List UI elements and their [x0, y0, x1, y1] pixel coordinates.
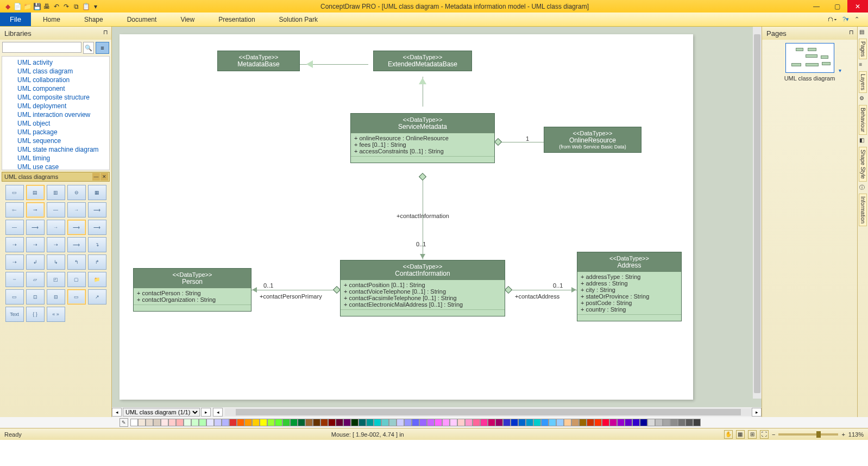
color-swatch[interactable]	[617, 419, 625, 426]
shape-dash[interactable]: ⇢	[5, 237, 24, 252]
undo-icon[interactable]: ↶	[52, 2, 61, 11]
color-swatch[interactable]	[556, 419, 564, 426]
search-button[interactable]: 🔍	[83, 42, 94, 54]
class-metadatabase[interactable]: <<DataType>>MetadataBase	[217, 51, 300, 71]
scroll-right-button[interactable]: ▸	[752, 408, 762, 417]
zoom-slider[interactable]	[778, 433, 838, 436]
color-swatch[interactable]	[579, 419, 587, 426]
color-swatch[interactable]	[404, 419, 412, 426]
color-swatch[interactable]	[153, 419, 161, 426]
lib-item[interactable]: UML state machine diagram	[17, 145, 109, 154]
color-swatch[interactable]	[130, 419, 138, 426]
color-swatch[interactable]	[495, 419, 503, 426]
color-swatch[interactable]	[518, 419, 526, 426]
ribbon-tab-document[interactable]: Document	[115, 13, 169, 26]
color-swatch[interactable]	[176, 419, 184, 426]
save-icon[interactable]: 💾	[33, 2, 41, 11]
lib-item[interactable]: UML collaboration	[17, 76, 109, 84]
shape-class[interactable]: ▭	[5, 185, 24, 200]
sidetab-layers-icon[interactable]: ≡	[859, 61, 867, 69]
color-swatch[interactable]	[678, 419, 685, 426]
shape-sel[interactable]: ▭	[67, 289, 86, 305]
color-swatch[interactable]	[313, 419, 320, 426]
color-swatch[interactable]	[526, 419, 533, 426]
sidetab-behaviour-icon[interactable]: ⚙	[859, 95, 867, 103]
next-page-button[interactable]: ▸	[201, 408, 211, 417]
sidetab-pages-icon[interactable]: ▤	[859, 29, 867, 36]
minimize-button[interactable]: —	[806, 0, 827, 13]
store-icon[interactable]: ⛫▾	[828, 16, 837, 23]
ribbon-tab-home[interactable]: Home	[31, 13, 72, 26]
color-swatch[interactable]	[267, 419, 275, 426]
shape[interactable]: ⊟	[47, 289, 65, 305]
color-swatch[interactable]	[328, 419, 336, 426]
color-swatch[interactable]	[298, 419, 305, 426]
class-extendedmetadatabase[interactable]: <<DataType>>ExtendedMetadataBase	[373, 51, 472, 71]
color-swatch[interactable]	[480, 419, 488, 426]
color-swatch[interactable]	[427, 419, 435, 426]
pin-icon[interactable]: ⊓	[103, 29, 108, 36]
shape-class-circle[interactable]: ⊖	[67, 185, 86, 200]
class-address[interactable]: <<DataType>>Address + addressType : Stri…	[577, 252, 682, 321]
class-person[interactable]: <<DataType>>Person + contactPerson : Str…	[133, 268, 251, 312]
ribbon-tab-shape[interactable]: Shape	[72, 13, 115, 26]
shape[interactable]: ⊡	[26, 289, 45, 305]
color-swatch[interactable]	[275, 419, 282, 426]
hand-tool-icon[interactable]: ✋	[724, 430, 733, 439]
help-icon[interactable]: ?▾	[842, 16, 849, 23]
fullscreen-icon[interactable]: ⛶	[760, 430, 769, 439]
color-swatch[interactable]	[305, 419, 313, 426]
class-servicemetadata[interactable]: <<DataType>>ServiceMetadata + onlineReso…	[350, 113, 495, 163]
color-swatch[interactable]	[320, 419, 328, 426]
color-swatch[interactable]	[282, 419, 290, 426]
shape[interactable]: ↰	[67, 254, 86, 270]
color-swatch[interactable]	[442, 419, 450, 426]
color-swatch[interactable]	[419, 419, 427, 426]
color-swatch[interactable]	[640, 419, 647, 426]
lib-item[interactable]: UML component	[17, 84, 109, 93]
color-swatch[interactable]	[343, 419, 351, 426]
shape[interactable]: —	[5, 220, 24, 235]
class-contactinformation[interactable]: <<DataType>>ContactInformation + contact…	[340, 260, 505, 316]
color-swatch[interactable]	[412, 419, 419, 426]
color-swatch[interactable]	[206, 419, 214, 426]
lib-item[interactable]: UML interaction overview	[17, 110, 109, 119]
sidetab-behaviour[interactable]: Behaviour	[859, 105, 867, 135]
sidetab-pages[interactable]: Pages	[859, 39, 867, 59]
shape-package[interactable]: ▱	[26, 272, 45, 287]
shape[interactable]: →	[47, 220, 65, 235]
color-swatch[interactable]	[594, 419, 602, 426]
lib-item[interactable]: UML timing	[17, 154, 109, 163]
color-swatch[interactable]	[541, 419, 549, 426]
shape-dash[interactable]: ⇢	[26, 237, 45, 252]
color-swatch[interactable]	[290, 419, 298, 426]
shape[interactable]: ↳	[47, 254, 65, 270]
thumb-menu-icon[interactable]: ▾	[839, 67, 841, 73]
color-swatch[interactable]	[632, 419, 640, 426]
color-swatch[interactable]	[693, 419, 701, 426]
shape-guillemets[interactable]: « »	[47, 307, 65, 322]
grid-icon[interactable]: ⊞	[748, 430, 757, 439]
color-swatch[interactable]	[252, 419, 260, 426]
lib-item[interactable]: UML sequence	[17, 136, 109, 145]
color-swatch[interactable]	[184, 419, 191, 426]
color-swatch[interactable]	[503, 419, 511, 426]
shape[interactable]: ↴	[88, 237, 106, 252]
color-swatch[interactable]	[161, 419, 168, 426]
shape[interactable]: ⟶	[67, 237, 86, 252]
color-swatch[interactable]	[571, 419, 579, 426]
shape[interactable]: ↲	[26, 254, 45, 270]
color-swatch[interactable]	[511, 419, 518, 426]
zoom-in-icon[interactable]: +	[841, 431, 845, 438]
color-swatch[interactable]	[465, 419, 473, 426]
shape[interactable]: ↱	[88, 254, 106, 270]
color-swatch[interactable]	[138, 419, 146, 426]
shape-assoc[interactable]: —	[47, 202, 65, 218]
color-swatch[interactable]	[191, 419, 199, 426]
shape-text[interactable]: Text	[5, 307, 24, 322]
shape[interactable]: ▭	[5, 289, 24, 305]
color-swatch[interactable]	[685, 419, 693, 426]
color-swatch[interactable]	[663, 419, 670, 426]
horizontal-scrollbar[interactable]	[225, 408, 752, 416]
open-icon[interactable]: 📁	[23, 2, 32, 11]
